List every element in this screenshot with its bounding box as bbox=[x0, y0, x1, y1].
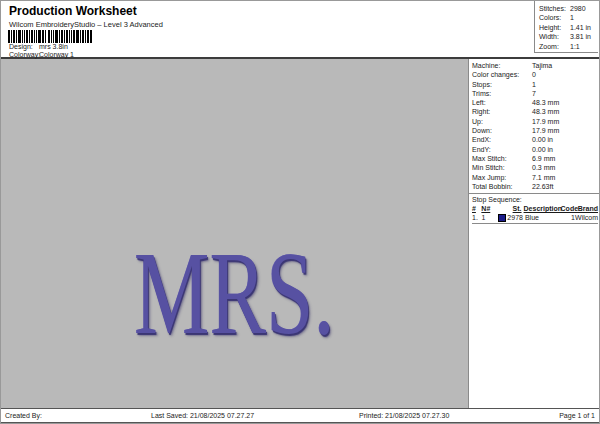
info-left: Left:48.3 mm bbox=[472, 98, 598, 107]
software-subtitle: Wilcom EmbroideryStudio – Level 3 Advanc… bbox=[9, 20, 163, 29]
design-canvas: MRS. bbox=[1, 59, 468, 408]
production-worksheet-page: Production Worksheet Wilcom EmbroiderySt… bbox=[0, 0, 600, 424]
design-value: mrs 3.8in bbox=[39, 43, 68, 50]
info-total-bobbin: Total Bobbin:22.63ft bbox=[472, 182, 598, 191]
worksheet-header: Production Worksheet Wilcom EmbroiderySt… bbox=[1, 1, 599, 59]
barcode bbox=[8, 29, 92, 42]
stop-sequence-header-row: # N# St. Description Code Brand bbox=[472, 204, 598, 213]
info-down: Down:17.9 mm bbox=[472, 126, 598, 135]
page-number: Page 1 of 1 bbox=[559, 409, 595, 422]
created-by-label: Created By: bbox=[5, 409, 42, 422]
info-machine: Machine:Tajima bbox=[472, 61, 598, 70]
design-name-row: Design:mrs 3.8in bbox=[9, 43, 68, 50]
info-max-stitch: Max Stitch:6.9 mm bbox=[472, 154, 598, 163]
stop-sequence-section: Stop Sequence: # N# St. Description Code… bbox=[469, 193, 600, 224]
row-stitches: 2978 bbox=[507, 213, 523, 222]
stat-height: Height:1.41 in bbox=[539, 23, 598, 32]
row-code: 1 bbox=[561, 213, 575, 222]
stop-sequence-table: # N# St. Description Code Brand 1. 1 297… bbox=[472, 204, 598, 224]
info-trims: Trims:7 bbox=[472, 89, 598, 98]
worksheet-footer: Created By: Last Saved: 21/08/2025 07.27… bbox=[1, 408, 599, 423]
machine-info-panel: Machine:Tajima Color changes:0 Stops:1 T… bbox=[468, 59, 600, 408]
info-up: Up:17.9 mm bbox=[472, 117, 598, 126]
design-label: Design: bbox=[9, 43, 39, 50]
col-code: Code bbox=[561, 204, 576, 213]
info-max-jump: Max Jump:7.1 mm bbox=[472, 173, 598, 182]
row-num: 1. bbox=[472, 213, 482, 222]
design-stats-box: Stitches:2980 Colors:1 Height:1.41 in Wi… bbox=[534, 1, 598, 53]
last-saved-text: Last Saved: 21/08/2025 07.27.27 bbox=[151, 409, 254, 422]
col-brand: Brand bbox=[576, 204, 598, 213]
machine-info-list: Machine:Tajima Color changes:0 Stops:1 T… bbox=[469, 59, 600, 193]
stat-stitches: Stitches:2980 bbox=[539, 4, 598, 13]
stop-sequence-title: Stop Sequence: bbox=[472, 195, 598, 204]
thread-swatch bbox=[498, 214, 506, 222]
stat-zoom: Zoom:1:1 bbox=[539, 42, 598, 51]
row-brand: Wilcom bbox=[575, 213, 598, 222]
row-description: Blue bbox=[523, 213, 561, 222]
info-color-changes: Color changes:0 bbox=[472, 70, 598, 79]
stat-width: Width:3.81 in bbox=[539, 32, 598, 41]
col-description: Description bbox=[522, 204, 561, 213]
col-stitches: St. bbox=[494, 204, 521, 213]
info-endy: EndY:0.00 in bbox=[472, 145, 598, 154]
col-needle: N# bbox=[481, 204, 494, 213]
col-num: # bbox=[472, 204, 481, 213]
colorway-label: Colorway: bbox=[9, 51, 39, 58]
page-title: Production Worksheet bbox=[9, 4, 137, 18]
colorway-value: Colorway 1 bbox=[39, 51, 74, 58]
stat-colors: Colors:1 bbox=[539, 13, 598, 22]
info-endx: EndX:0.00 in bbox=[472, 135, 598, 144]
printed-text: Printed: 21/08/2025 07.27.30 bbox=[359, 409, 449, 422]
info-stops: Stops:1 bbox=[472, 80, 598, 89]
stop-sequence-row: 1. 1 2978 Blue 1 Wilcom bbox=[472, 213, 598, 222]
info-right: Right:48.3 mm bbox=[472, 107, 598, 116]
design-text: MRS. bbox=[134, 235, 335, 353]
row-needle: 1 bbox=[482, 213, 495, 222]
colorway-row: Colorway:Colorway 1 bbox=[9, 51, 74, 58]
info-min-stitch: Min Stitch:0.3 mm bbox=[472, 163, 598, 172]
